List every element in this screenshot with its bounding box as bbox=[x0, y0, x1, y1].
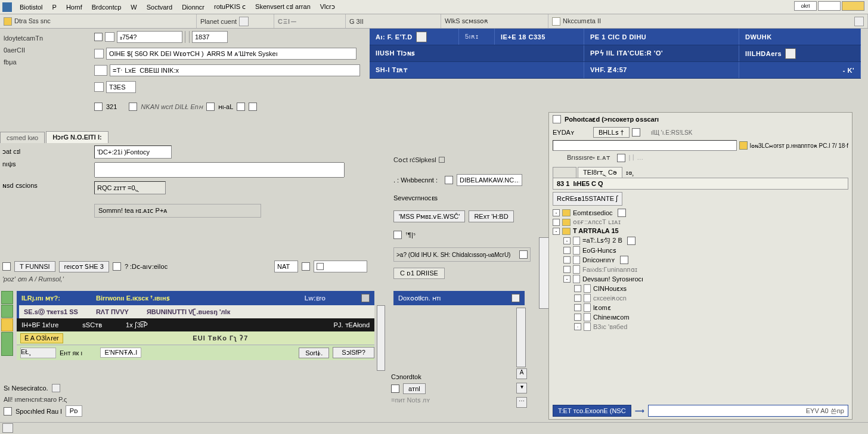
tree-node-6[interactable]: Faıꝺds:Гuninanпɑɪ bbox=[553, 265, 848, 274]
field-3[interactable] bbox=[106, 48, 356, 60]
hdr-r2-btn[interactable] bbox=[785, 48, 796, 59]
mini-button-2[interactable] bbox=[818, 1, 841, 11]
gy-chip[interactable]: Ë A O3Ìʌrer bbox=[20, 333, 63, 343]
expander-icon[interactable]: - bbox=[553, 209, 560, 216]
sort-button[interactable]: Sortꞗ. bbox=[299, 348, 329, 358]
rail-green-3[interactable] bbox=[1, 332, 13, 356]
expander-icon[interactable] bbox=[574, 314, 581, 321]
tiny-toolbar-icon[interactable] bbox=[393, 231, 402, 239]
toolbar-btn-a[interactable] bbox=[239, 17, 249, 26]
rp-tab-main[interactable]: TEI8rᴛ꜡ Cǝ bbox=[578, 167, 622, 178]
mini-button-3[interactable] bbox=[842, 1, 864, 11]
tree-node-9[interactable]: cxceeiʀocn bbox=[553, 293, 848, 303]
grid-dark-row[interactable]: IH+BF 1к!ɩre sSCᴛʙ 1x ʃЗɪ͡Р PJ. ᴛEAłond bbox=[17, 318, 374, 331]
form-icon-a[interactable] bbox=[94, 33, 103, 41]
tab-1[interactable]: HɔrG N.O.EITI I: bbox=[46, 131, 108, 143]
form-icon-d[interactable] bbox=[94, 65, 107, 76]
expander-icon[interactable]: - bbox=[574, 323, 581, 330]
ll-icon-2[interactable] bbox=[113, 262, 121, 271]
menu-item-1[interactable]: P bbox=[48, 2, 61, 12]
expander-icon[interactable] bbox=[574, 294, 581, 302]
lt-icon-1[interactable] bbox=[94, 103, 103, 111]
field-2[interactable] bbox=[192, 31, 228, 43]
hdr-r1-icon[interactable] bbox=[416, 32, 427, 42]
tree-node-0[interactable]: -Eomtɛısedioc bbox=[553, 208, 848, 218]
menu-item-3[interactable]: Brdcontcp bbox=[88, 2, 126, 12]
folder-icon-2[interactable] bbox=[739, 141, 748, 150]
ll-icon-1[interactable] bbox=[2, 262, 11, 271]
tree-node-7[interactable]: -Devsaun! Sуrosнrocı bbox=[553, 274, 848, 284]
rp-tab-blank[interactable] bbox=[553, 167, 576, 178]
menu-item-2[interactable]: Hornf bbox=[62, 2, 86, 12]
status-pg[interactable]: Pᴅ bbox=[66, 405, 82, 417]
expander-icon[interactable] bbox=[563, 266, 571, 273]
tab-chemed[interactable]: csmed kиo bbox=[0, 132, 45, 143]
tree-node-extra-icon[interactable] bbox=[627, 237, 636, 245]
expander-icon[interactable] bbox=[563, 247, 571, 254]
expander-icon[interactable] bbox=[553, 219, 560, 226]
tree-node-1[interactable]: ᴏᴇғ::ᴀпссT ʟɪᴀɪ bbox=[553, 218, 848, 227]
btn-rext[interactable]: RExт 'H:ВD bbox=[469, 210, 513, 222]
lt-icon-3[interactable] bbox=[206, 103, 215, 111]
expander-icon[interactable] bbox=[563, 256, 571, 264]
ll-dropdown-wide[interactable] bbox=[314, 261, 367, 272]
lt-icon-2[interactable] bbox=[129, 103, 137, 111]
solsfp-button[interactable]: SɔlSfP? bbox=[333, 347, 374, 358]
tree-node-12[interactable]: -B3ıc 'вябеd bbox=[553, 322, 848, 331]
field-5[interactable] bbox=[106, 81, 136, 93]
field-4[interactable] bbox=[110, 64, 360, 76]
rail-yellow-1[interactable] bbox=[1, 318, 13, 331]
statusbar-icon[interactable] bbox=[2, 423, 13, 433]
font-icon[interactable]: A bbox=[516, 368, 527, 379]
menu-item-0[interactable]: Biotistol bbox=[16, 2, 47, 12]
rp-tiny-icon[interactable] bbox=[632, 128, 640, 137]
form-icon-e[interactable] bbox=[94, 82, 104, 92]
grid-scrollbar[interactable] bbox=[377, 305, 385, 371]
rp-rope-label[interactable]: RᴄREꜱʙ15STANTE ʃ bbox=[553, 192, 622, 206]
shade-input[interactable]: RQC zɪтᴛ =0꜡ bbox=[94, 181, 166, 194]
form-icon-b[interactable] bbox=[105, 32, 114, 42]
menu-item-4[interactable]: W bbox=[126, 2, 141, 12]
menu-item-7[interactable]: rotuPKIS ᴄ bbox=[210, 2, 250, 12]
secondary-scrollbar[interactable] bbox=[516, 308, 526, 367]
pin-icon[interactable] bbox=[512, 294, 520, 302]
folder-icon[interactable] bbox=[4, 17, 12, 26]
btn-mss[interactable]: 'MSS Pᴍвɪ.ᴠE.WSĈ' bbox=[393, 210, 465, 222]
sunk-input-1[interactable]: 'DC+:21i )Fontocy bbox=[94, 145, 172, 159]
rail-green-1[interactable] bbox=[1, 291, 13, 304]
expander-icon[interactable]: - bbox=[563, 237, 571, 244]
field-1[interactable] bbox=[117, 31, 182, 43]
rp-btn-eb[interactable]: BHLLꜱ † bbox=[593, 127, 630, 138]
rp-search-box[interactable] bbox=[553, 140, 737, 151]
tree-node-5[interactable]: Drıicoнrınʏ bbox=[553, 255, 848, 265]
path-browse-icon[interactable] bbox=[519, 250, 528, 259]
tree-node-3[interactable]: -=aT:.Lꜱ匀 2 B bbox=[553, 235, 848, 246]
menu-item-9[interactable]: Vlcrɔ bbox=[316, 2, 339, 12]
expander-icon[interactable] bbox=[574, 285, 581, 292]
tool-icon-2[interactable]: ⋯ bbox=[516, 397, 527, 408]
tree-node-extra-icon[interactable] bbox=[620, 256, 628, 264]
expander-icon[interactable] bbox=[574, 304, 581, 311]
expander-icon[interactable]: - bbox=[553, 228, 560, 235]
gt-c-box[interactable]: E'NFNŦѦ.I bbox=[100, 348, 141, 358]
chevron-down-icon-4[interactable] bbox=[52, 384, 60, 392]
menu-item-8[interactable]: Skenvsert cɪl arran bbox=[251, 2, 315, 12]
tree-node-extra-icon[interactable] bbox=[618, 209, 626, 217]
ll-icon-3[interactable] bbox=[302, 262, 310, 271]
ll-pill-2[interactable]: reıᴄᴏᴛ ꓢHE 3 bbox=[59, 261, 109, 272]
expander-icon[interactable]: - bbox=[563, 275, 571, 283]
tool-icon[interactable]: ▾ bbox=[516, 383, 527, 393]
mini-button[interactable]: okrI bbox=[794, 1, 817, 11]
close-icon[interactable] bbox=[617, 154, 625, 162]
cb-btn[interactable]: aтnl bbox=[403, 383, 426, 394]
cp-button[interactable]: C ᴅ1 DRIISE bbox=[393, 268, 445, 279]
grid-sub-row[interactable]: SE.sⓄ ᴛкeтs1 SS RΛT ПVVY ЯBUNINUTTI Vʗ.в… bbox=[17, 305, 374, 318]
tree-node-2[interactable]: -T ARTRAʟA 15 bbox=[553, 227, 848, 235]
gt-a-box[interactable]: ЕŁ¸ bbox=[20, 348, 56, 358]
tree-node-8[interactable]: CINHouɛxs bbox=[553, 284, 848, 293]
menu-item-5[interactable]: Soctvard bbox=[142, 2, 176, 12]
rp-bottom-input[interactable]: EYV A0 쓴np bbox=[648, 405, 848, 417]
lt-icon-4[interactable] bbox=[237, 103, 245, 111]
grid-hdr-btn[interactable] bbox=[361, 294, 370, 302]
tree-node-10[interactable]: lɛomɛ bbox=[553, 303, 848, 312]
